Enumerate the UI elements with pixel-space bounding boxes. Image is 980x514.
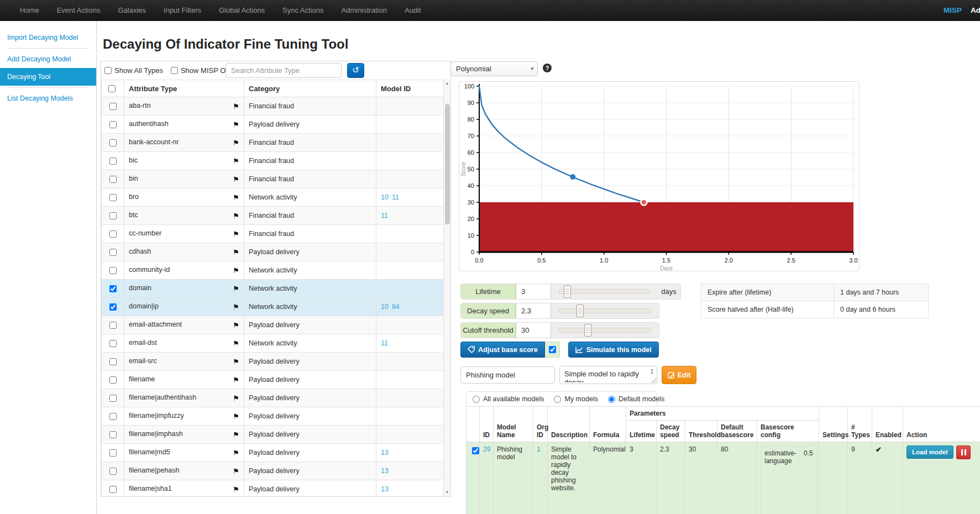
textarea-scroll-arrows[interactable]: ▲ ▼: [649, 368, 655, 375]
lifetime-slider-thumb[interactable]: [564, 285, 571, 298]
lifetime-slider-track[interactable]: [558, 289, 650, 294]
search-input[interactable]: [226, 63, 342, 78]
model-description-textarea[interactable]: Simple model to rapidly decay: [560, 366, 646, 382]
model-id-link[interactable]: 11: [381, 339, 388, 347]
show-misp-objects-checkbox[interactable]: [171, 67, 178, 74]
model-formula-cell: Polynomial: [590, 442, 626, 514]
scroll-down-button[interactable]: ▼: [444, 489, 450, 496]
attribute-row-checkbox[interactable]: [109, 267, 117, 274]
model-default-basescore-cell: 80: [717, 442, 757, 514]
attribute-row-checkbox[interactable]: [109, 376, 117, 384]
category-label: Payload delivery: [244, 462, 376, 480]
category-label: Financial fraud: [244, 97, 376, 116]
model-id-link[interactable]: 11: [392, 193, 399, 201]
attribute-row-checkbox[interactable]: [109, 103, 117, 110]
model-org-link[interactable]: 1: [537, 445, 541, 453]
sidebar-item-list-decaying-models[interactable]: List Decaying Models: [0, 90, 96, 107]
show-all-types-checkbox[interactable]: [104, 67, 112, 74]
sidebar-item-add-decaying-model[interactable]: Add Decaying Model: [0, 50, 96, 68]
help-icon[interactable]: ?: [543, 64, 552, 72]
attribute-row-checkbox[interactable]: [109, 158, 117, 165]
flag-icon: ⚑: [233, 467, 239, 475]
model-id-link[interactable]: 84: [392, 303, 400, 311]
attribute-row-checkbox[interactable]: [109, 121, 117, 128]
resize-grip-icon[interactable]: [651, 378, 656, 383]
attribute-type-label: filename: [129, 375, 155, 383]
attribute-row-checkbox[interactable]: [109, 230, 117, 238]
attribute-row-checkbox[interactable]: [109, 176, 117, 183]
cutoff-threshold-slider-thumb[interactable]: [584, 324, 591, 337]
nav-item-global-actions[interactable]: Global Actions: [210, 0, 274, 21]
attribute-row-checkbox[interactable]: [109, 431, 117, 438]
threshold-intersection-handle[interactable]: [641, 200, 647, 206]
nav-item-sync-actions[interactable]: Sync Actions: [274, 0, 332, 21]
decay-speed-slider-track[interactable]: [558, 308, 652, 313]
nav-item-input-filters[interactable]: Input Filters: [155, 0, 210, 21]
sidebar-item-import-decaying-model[interactable]: Import Decaying Model: [0, 29, 96, 46]
scrollbar[interactable]: ▲ ▼: [443, 80, 450, 496]
attribute-row-checkbox[interactable]: [109, 468, 117, 475]
nav-item-event-actions[interactable]: Event Actions: [48, 0, 109, 21]
attribute-row-checkbox[interactable]: [109, 249, 117, 256]
model-id-link[interactable]: 29: [483, 445, 490, 453]
cutoff-threshold-input[interactable]: [516, 323, 551, 338]
model-id-link[interactable]: 11: [381, 212, 388, 219]
decay-speed-slider-thumb[interactable]: [577, 305, 584, 317]
model-id-link[interactable]: 13: [381, 449, 389, 457]
nav-user[interactable]: Admin: [971, 0, 980, 21]
refresh-button[interactable]: ↺: [347, 63, 364, 78]
select-all-checkbox[interactable]: [108, 85, 116, 92]
attribute-row-checkbox[interactable]: [109, 212, 117, 219]
nav-item-home[interactable]: Home: [11, 0, 48, 21]
attribute-row-checkbox[interactable]: [109, 413, 117, 420]
simulate-model-button[interactable]: Simulate this model: [568, 342, 659, 358]
attribute-type-label: domain|ip: [129, 302, 159, 310]
scrollbar-thumb[interactable]: [445, 104, 450, 224]
radio-my-models[interactable]: [554, 396, 561, 403]
attribute-row-checkbox[interactable]: [109, 395, 117, 402]
attribute-row-checkbox[interactable]: [109, 340, 117, 347]
adjust-base-score-button[interactable]: Adjust base score: [460, 342, 545, 358]
edit-model-label: Edit: [678, 371, 691, 379]
model-id-link[interactable]: 13: [381, 467, 389, 475]
nav-item-administration[interactable]: Administration: [333, 0, 396, 21]
model-row-checkbox[interactable]: [472, 447, 479, 454]
attribute-row-checkbox[interactable]: [109, 285, 117, 292]
radio-default-models[interactable]: [608, 396, 615, 403]
model-id-link[interactable]: 13: [381, 485, 389, 493]
edit-model-button[interactable]: Edit: [662, 366, 696, 384]
sidebar-item-decaying-tool[interactable]: Decaying Tool: [0, 68, 96, 86]
attribute-row-checkbox[interactable]: [109, 449, 117, 457]
attribute-row-checkbox[interactable]: [109, 486, 117, 493]
y-tick-label: 20: [468, 216, 474, 222]
attribute-row-checkbox[interactable]: [109, 322, 117, 329]
scroll-up-button[interactable]: ▲: [444, 80, 450, 87]
formula-select[interactable]: Polynomial ▾: [450, 61, 538, 76]
flag-icon: ⚑: [233, 230, 239, 238]
radio-all-available-models[interactable]: [473, 396, 480, 403]
attribute-row-checkbox[interactable]: [109, 303, 117, 311]
pause-model-button[interactable]: [956, 445, 971, 459]
nav-item-galaxies[interactable]: Galaxies: [109, 0, 155, 21]
nav-item-audit[interactable]: Audit: [396, 0, 430, 21]
curve-point-handle[interactable]: [570, 174, 575, 180]
model-id-link[interactable]: 10: [381, 193, 389, 201]
lifetime-slider-row: Lifetime days: [460, 284, 681, 300]
adjust-base-score-addon: [545, 342, 560, 358]
category-label: Network activity: [244, 298, 376, 316]
category-label: Financial fraud: [244, 152, 376, 170]
attribute-row: bro⚑Network activity1011: [102, 188, 444, 207]
attribute-row-checkbox[interactable]: [109, 194, 117, 201]
attribute-row-checkbox[interactable]: [109, 139, 117, 146]
model-id-link[interactable]: 10: [381, 303, 389, 311]
flag-icon: ⚑: [233, 157, 239, 165]
adjust-base-score-checkbox[interactable]: [549, 346, 556, 353]
top-navbar: HomeEvent ActionsGalaxiesInput FiltersGl…: [0, 0, 980, 21]
model-name-input[interactable]: [460, 366, 555, 384]
misp-brand[interactable]: MISP: [944, 0, 971, 21]
attribute-row-checkbox[interactable]: [109, 358, 117, 365]
lifetime-input[interactable]: [516, 284, 551, 299]
decay-speed-input[interactable]: [516, 303, 551, 318]
load-model-button[interactable]: Load model: [906, 445, 953, 459]
cutoff-threshold-slider-track[interactable]: [558, 328, 652, 333]
